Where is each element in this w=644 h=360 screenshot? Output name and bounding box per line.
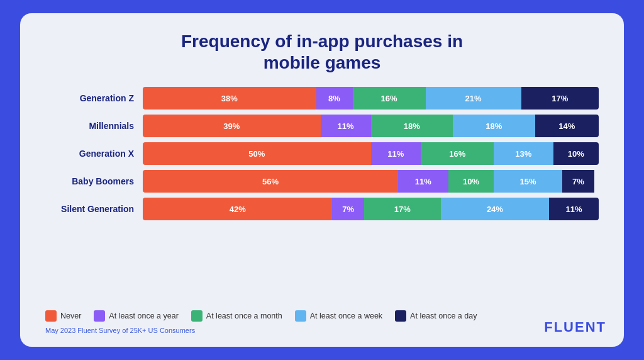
chart-title: Frequency of in-app purchases in mobile … — [45, 31, 599, 73]
legend-label: At least once a week — [310, 312, 382, 320]
bar: 50%11%16%13%10% — [143, 142, 599, 165]
chart-row: Generation X50%11%16%13%10% — [45, 142, 599, 165]
bar-segment: 13% — [494, 142, 553, 165]
chart-row: Silent Generation42%7%17%24%11% — [45, 198, 599, 220]
legend: NeverAt least once a yearAt least once a… — [45, 310, 599, 322]
legend-label: At least once a year — [109, 312, 178, 320]
bar-segment: 11% — [549, 198, 599, 220]
legend-item: At least once a day — [395, 310, 477, 322]
bar-segment: 10% — [448, 170, 494, 193]
legend-label: At least once a day — [410, 312, 477, 320]
bar-segment: 14% — [535, 115, 599, 137]
bar-segment: 15% — [494, 170, 562, 193]
bar-segment: 56% — [143, 170, 398, 193]
bar-segment: 11% — [321, 115, 371, 137]
bar: 42%7%17%24%11% — [143, 198, 599, 220]
legend-color-box — [191, 310, 203, 322]
bar: 39%11%18%18%14% — [143, 115, 599, 137]
legend-label: Never — [60, 312, 81, 320]
legend-item: At least once a week — [295, 310, 382, 322]
brand-logo: FLUENT — [544, 319, 606, 335]
row-label: Generation X — [45, 149, 143, 159]
legend-item: Never — [45, 310, 81, 322]
legend-color-box — [94, 310, 105, 322]
bar-segment: 8% — [316, 87, 353, 110]
bar-segment: 10% — [553, 142, 599, 165]
row-label: Silent Generation — [45, 204, 143, 214]
bar-segment: 17% — [364, 198, 441, 220]
bar-segment: 39% — [143, 115, 321, 137]
bar-segment: 11% — [371, 142, 421, 165]
footnote: May 2023 Fluent Survey of 25K+ US Consum… — [45, 327, 599, 334]
bar-segment: 18% — [371, 115, 453, 137]
chart-row: Baby Boomers56%11%10%15%7% — [45, 170, 599, 193]
legend-color-box — [295, 310, 306, 322]
main-card: Frequency of in-app purchases in mobile … — [20, 13, 624, 347]
bar-segment: 17% — [521, 87, 599, 110]
bar-segment: 7% — [332, 198, 364, 220]
chart-row: Millennials39%11%18%18%14% — [45, 115, 599, 137]
bar-segment: 16% — [421, 142, 494, 165]
bar-segment: 24% — [441, 198, 549, 220]
bar-segment: 18% — [453, 115, 535, 137]
bar-segment: 16% — [353, 87, 426, 110]
chart-row: Generation Z38%8%16%21%17% — [45, 87, 599, 110]
legend-item: At least once a year — [94, 310, 178, 322]
chart-area: Generation Z38%8%16%21%17%Millennials39%… — [45, 87, 599, 301]
row-label: Baby Boomers — [45, 176, 143, 186]
bar: 38%8%16%21%17% — [143, 87, 599, 110]
legend-color-box — [395, 310, 406, 322]
row-label: Generation Z — [45, 93, 143, 103]
bar-segment: 21% — [426, 87, 521, 110]
legend-item: At least once a month — [191, 310, 282, 322]
bar-segment: 38% — [143, 87, 316, 110]
bar-segment: 11% — [398, 170, 448, 193]
row-label: Millennials — [45, 121, 143, 131]
bar-segment: 42% — [143, 198, 332, 220]
bar-segment: 50% — [143, 142, 371, 165]
legend-color-box — [45, 310, 57, 322]
bar-segment: 7% — [562, 170, 594, 193]
legend-label: At least once a month — [206, 312, 282, 320]
bar: 56%11%10%15%7% — [143, 170, 599, 193]
